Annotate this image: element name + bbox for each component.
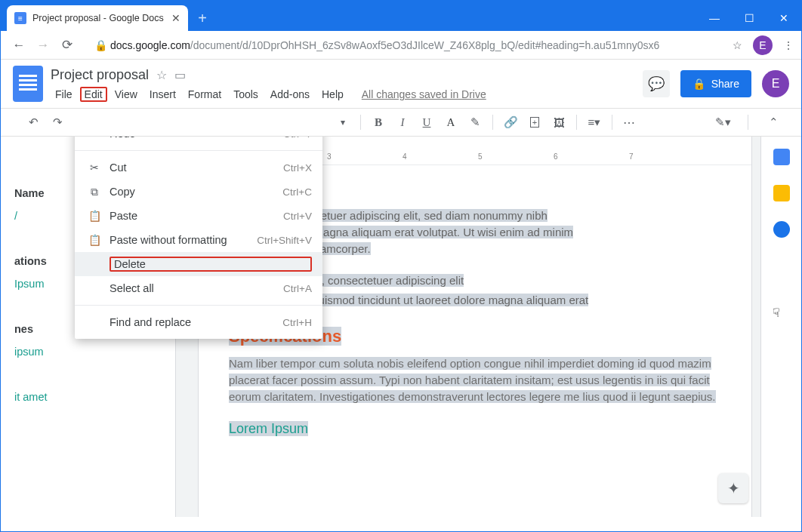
- document-title[interactable]: Project proposal: [51, 67, 149, 83]
- menu-item-redo[interactable]: ↷RedoCtrl+Y: [75, 137, 322, 146]
- menu-item-label: Paste without formatting: [110, 234, 257, 246]
- menu-item-label: Select all: [110, 282, 283, 294]
- window-minimize-button[interactable]: —: [697, 5, 732, 31]
- menu-item-paste[interactable]: 📋PasteCtrl+V: [75, 204, 322, 228]
- menu-item-shortcut: Ctrl+Shift+V: [257, 235, 312, 246]
- body-text[interactable]: Nam liber tempor cum soluta nobis eleife…: [229, 357, 716, 403]
- bold-button[interactable]: B: [369, 112, 388, 132]
- docs-favicon: ≡: [14, 12, 26, 24]
- edit-menu-dropdown: ↶UndoCtrl+Z↷RedoCtrl+Y✂CutCtrl+X⧉CopyCtr…: [75, 137, 322, 339]
- menu-item-copy[interactable]: ⧉CopyCtrl+C: [75, 180, 322, 204]
- ruler-mark: 4: [403, 152, 407, 161]
- docs-header: Project proposal ☆ ▭ FileEditViewInsertF…: [1, 60, 801, 108]
- menu-format[interactable]: Format: [184, 87, 226, 102]
- move-folder-icon[interactable]: ▭: [174, 68, 186, 82]
- collapse-toolbar-button[interactable]: ⌃: [763, 112, 783, 132]
- new-tab-button[interactable]: +: [191, 7, 214, 29]
- lock-icon: 🔒: [692, 78, 705, 90]
- more-tools-button[interactable]: ⋯: [620, 112, 640, 132]
- menu-item-label: Delete: [110, 257, 312, 272]
- menu-item-select-all[interactable]: Select allCtrl+A: [75, 276, 322, 300]
- lock-icon[interactable]: 🔒: [94, 39, 107, 51]
- nav-back-button[interactable]: ←: [8, 35, 29, 56]
- editing-mode-button[interactable]: ✎▾: [713, 112, 733, 132]
- ruler-mark: 7: [629, 152, 634, 161]
- account-avatar[interactable]: E: [762, 70, 789, 97]
- star-icon[interactable]: ☆: [156, 68, 167, 82]
- menu-file[interactable]: File: [51, 87, 77, 102]
- menu-item-paste-without-formatting[interactable]: 📋Paste without formattingCtrl+Shift+V: [75, 228, 322, 252]
- ruler-mark: 3: [327, 152, 332, 161]
- menu-item-label: Cut: [110, 161, 283, 174]
- browser-toolbar: ← → ⟳ 🔒 docs.google.com/document/d/10Dpr…: [1, 31, 801, 60]
- nav-reload-button[interactable]: ⟳: [57, 35, 78, 56]
- tasks-rail-icon[interactable]: [773, 221, 790, 238]
- menu-item-delete[interactable]: Delete: [75, 252, 322, 276]
- insert-link-button[interactable]: 🔗: [501, 112, 520, 132]
- heading[interactable]: Lorem Ipsum: [229, 421, 308, 436]
- docs-toolbar: ↶ ↷ ▾ B I U A ✎ 🔗 + 🖼 ≡▾ ⋯ ✎▾ ⌃: [1, 108, 801, 137]
- menu-edit[interactable]: Edit: [80, 87, 107, 102]
- menu-item-icon: ✂: [85, 161, 103, 174]
- keep-rail-icon[interactable]: [773, 185, 790, 201]
- menu-item-cut[interactable]: ✂CutCtrl+X: [75, 155, 322, 180]
- editor-canvas: Name/ ationsIpsum nesipsum it amet 23456…: [1, 137, 801, 517]
- browser-titlebar: ≡ Project proposal - Google Docs ✕ + — ☐…: [1, 1, 801, 31]
- menu-item-shortcut: Ctrl+V: [283, 211, 312, 222]
- menu-item-icon: ⧉: [85, 186, 103, 198]
- open-comments-button[interactable]: 💬: [643, 70, 670, 97]
- italic-button[interactable]: I: [393, 112, 412, 132]
- insert-comment-button[interactable]: +: [525, 112, 544, 132]
- menu-item-label: Redo: [110, 137, 283, 140]
- outline-item[interactable]: ipsum: [1, 340, 175, 363]
- browser-profile-avatar[interactable]: E: [753, 35, 773, 55]
- menu-view[interactable]: View: [110, 87, 142, 102]
- menu-bar: FileEditViewInsertFormatToolsAdd-onsHelp…: [51, 87, 643, 102]
- menu-item-icon: ↷: [85, 137, 103, 140]
- menu-add-ons[interactable]: Add-ons: [266, 87, 314, 102]
- ruler-mark: 5: [478, 152, 483, 161]
- outline-item[interactable]: it amet: [1, 386, 175, 408]
- calendar-rail-icon[interactable]: [773, 149, 790, 165]
- menu-item-shortcut: Ctrl+X: [283, 162, 312, 174]
- menu-item-icon: 📋: [85, 210, 103, 222]
- ruler-mark: 6: [554, 152, 558, 161]
- window-maximize-button[interactable]: ☐: [732, 5, 767, 31]
- side-panel-rail: [760, 137, 801, 517]
- menu-item-shortcut: Ctrl+A: [283, 283, 312, 294]
- menu-item-icon: 📋: [85, 234, 103, 246]
- bookmark-star-icon[interactable]: ☆: [733, 39, 742, 51]
- menu-item-shortcut: Ctrl+C: [282, 186, 312, 198]
- menu-help[interactable]: Help: [317, 87, 348, 102]
- align-button[interactable]: ≡▾: [585, 112, 604, 132]
- docs-home-icon[interactable]: [13, 66, 43, 102]
- menu-item-find-and-replace[interactable]: Find and replaceCtrl+H: [75, 310, 322, 334]
- highlight-button[interactable]: ✎: [465, 112, 485, 132]
- browser-menu-icon[interactable]: ⋮: [783, 39, 794, 51]
- menu-item-label: Find and replace: [110, 316, 282, 328]
- menu-tools[interactable]: Tools: [229, 87, 263, 102]
- share-button[interactable]: 🔒 Share: [680, 70, 751, 97]
- redo-button[interactable]: ↷: [48, 112, 67, 132]
- text-color-button[interactable]: A: [441, 112, 461, 132]
- menu-insert[interactable]: Insert: [145, 87, 180, 102]
- menu-item-label: Copy: [110, 186, 282, 198]
- menu-item-label: Paste: [110, 210, 283, 222]
- save-status[interactable]: All changes saved in Drive: [362, 88, 486, 100]
- nav-forward-button[interactable]: →: [32, 35, 54, 56]
- menu-item-shortcut: Ctrl+H: [282, 317, 312, 328]
- zoom-dropdown[interactable]: ▾: [333, 112, 353, 132]
- tab-close-icon[interactable]: ✕: [171, 12, 180, 24]
- menu-item-shortcut: Ctrl+Y: [283, 137, 312, 140]
- underline-button[interactable]: U: [417, 112, 436, 132]
- undo-button[interactable]: ↶: [23, 112, 43, 132]
- outline-item[interactable]: [1, 363, 175, 386]
- explore-button[interactable]: ✦: [718, 473, 748, 503]
- share-button-label: Share: [711, 78, 739, 90]
- insert-image-button[interactable]: 🖼: [549, 112, 569, 132]
- window-close-button[interactable]: ✕: [767, 5, 801, 31]
- browser-tab[interactable]: ≡ Project proposal - Google Docs ✕: [7, 5, 188, 31]
- tab-title: Project proposal - Google Docs: [32, 13, 164, 23]
- address-bar[interactable]: docs.google.com/document/d/10DprOhHSH_6z…: [110, 39, 733, 51]
